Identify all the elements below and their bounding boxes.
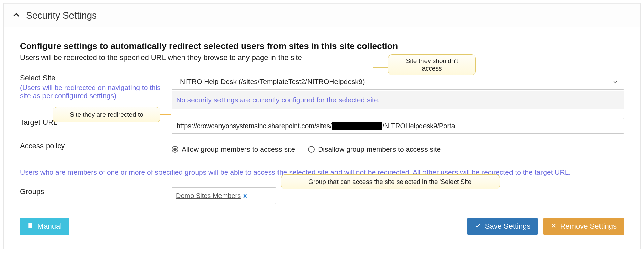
remove-settings-button[interactable]: Remove Settings: [543, 218, 624, 235]
panel-header[interactable]: Security Settings: [4, 3, 640, 27]
radio-icon: [172, 146, 178, 153]
callout-line: [263, 182, 281, 182]
callout-redirected-to: Site they are redirected to: [53, 107, 160, 122]
target-url-redacted: [332, 122, 382, 130]
radio-disallow[interactable]: Disallow group members to access site: [308, 145, 441, 154]
callout-group-access: Group that can access the site selected …: [281, 174, 500, 189]
select-site-value: NITRO Help Desk (/sites/TemplateTest2/NI…: [180, 78, 365, 86]
chevron-down-icon: [612, 79, 618, 87]
site-status-message: No security settings are currently confi…: [172, 91, 624, 109]
panel-body: Configure settings to automatically redi…: [4, 27, 640, 249]
radio-allow-label: Allow group members to access site: [182, 145, 295, 154]
select-site-help: (Users will be redirected on navigating …: [20, 84, 172, 100]
svg-rect-1: [28, 223, 29, 228]
manual-button-label: Manual: [37, 222, 62, 231]
select-site-label: Select Site: [20, 74, 55, 82]
target-url-input[interactable]: https://crowcanyonsystemsinc.sharepoint.…: [172, 118, 624, 134]
groups-input[interactable]: Demo Sites Members x: [172, 187, 276, 204]
check-icon: [475, 222, 481, 231]
select-site-dropdown[interactable]: NITRO Help Desk (/sites/TemplateTest2/NI…: [172, 74, 624, 90]
security-settings-panel: Security Settings Configure settings to …: [3, 3, 641, 249]
section-subheading: Users will be redirected to the specifie…: [20, 53, 624, 62]
target-url-prefix: https://crowcanyonsystemsinc.sharepoint.…: [177, 122, 332, 130]
radio-icon: [308, 146, 315, 153]
callout-site-no-access: Site they shouldn't access: [388, 54, 476, 75]
target-url-label: Target URL: [20, 118, 57, 127]
group-chip[interactable]: Demo Sites Members: [176, 192, 241, 200]
close-icon: [551, 222, 557, 231]
radio-allow[interactable]: Allow group members to access site: [172, 145, 295, 154]
radio-disallow-label: Disallow group members to access site: [318, 145, 441, 154]
chevron-up-icon: [12, 11, 20, 20]
section-heading: Configure settings to automatically redi…: [20, 41, 624, 51]
remove-button-label: Remove Settings: [560, 222, 617, 231]
groups-label: Groups: [20, 187, 44, 196]
save-settings-button[interactable]: Save Settings: [467, 218, 538, 235]
remove-group-icon[interactable]: x: [243, 192, 247, 199]
panel-title: Security Settings: [26, 10, 97, 21]
callout-line: [373, 67, 388, 68]
access-policy-label: Access policy: [20, 142, 65, 150]
manual-button[interactable]: Manual: [20, 218, 69, 235]
book-icon: [27, 222, 34, 231]
callout-line: [160, 114, 171, 115]
target-url-suffix: /NITROHelpdesk9/Portal: [382, 122, 457, 130]
save-button-label: Save Settings: [485, 222, 531, 231]
